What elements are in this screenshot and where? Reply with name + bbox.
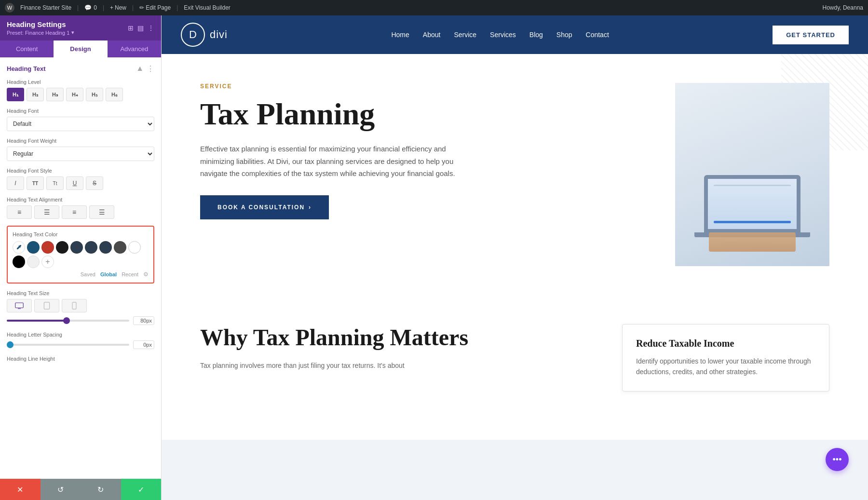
color-blue[interactable] bbox=[27, 241, 40, 254]
section-title: Heading Text bbox=[7, 65, 46, 72]
h5-button[interactable]: H₅ bbox=[86, 88, 103, 101]
align-left-button[interactable]: ≡ bbox=[7, 205, 32, 219]
comments-link[interactable]: 💬 0 bbox=[84, 4, 97, 11]
add-color-button[interactable]: + bbox=[41, 256, 54, 268]
nav-blog[interactable]: Blog bbox=[529, 31, 543, 39]
nav-service[interactable]: Service bbox=[454, 31, 476, 39]
fullscreen-icon[interactable]: ⊞ bbox=[128, 24, 134, 32]
italic-button[interactable]: I bbox=[7, 176, 24, 190]
cancel-button[interactable]: ✕ bbox=[0, 479, 41, 500]
nav-about[interactable]: About bbox=[423, 31, 441, 39]
color-light[interactable] bbox=[27, 256, 40, 268]
panel-preset[interactable]: Preset: Finance Heading 1 ▾ bbox=[7, 29, 74, 36]
letter-spacing-slider[interactable] bbox=[7, 344, 129, 346]
heading-font-style-field: Heading Font Style I TT Tt U S bbox=[7, 168, 154, 190]
book-consultation-button[interactable]: BOOK A CONSULTATION › bbox=[200, 195, 329, 219]
color-dark4[interactable] bbox=[99, 241, 112, 254]
eyedropper-tool[interactable] bbox=[13, 241, 25, 254]
nav-contact[interactable]: Contact bbox=[586, 31, 609, 39]
h3-button[interactable]: H₃ bbox=[46, 88, 64, 101]
heading-level-field: Heading Level H₁ H₂ H₃ H₄ H₅ H₆ bbox=[7, 79, 154, 101]
align-buttons: ≡ ☰ ≡ ☰ bbox=[7, 205, 154, 219]
collapse-icon[interactable]: ▲ bbox=[136, 64, 144, 73]
site-logo: D divi bbox=[181, 23, 228, 47]
get-started-button[interactable]: GET STARTED bbox=[773, 26, 849, 44]
edit-page-link[interactable]: ✏ Edit Page bbox=[139, 4, 171, 11]
color-dark2[interactable] bbox=[70, 241, 83, 254]
align-right-button[interactable]: ≡ bbox=[62, 205, 87, 219]
nav-services[interactable]: Services bbox=[490, 31, 516, 39]
letter-spacing-value[interactable]: 0px bbox=[133, 340, 154, 349]
floating-action-button[interactable]: ••• bbox=[826, 448, 849, 471]
text-size-slider[interactable] bbox=[7, 320, 129, 322]
save-button[interactable]: ✓ bbox=[121, 479, 162, 500]
admin-bar: W Finance Starter Site | 💬 0 | + New | ✏… bbox=[0, 0, 868, 15]
color-settings-icon[interactable]: ⚙ bbox=[143, 271, 149, 278]
bottom-bar: ✕ ↺ ↻ ✓ bbox=[0, 479, 161, 500]
saved-tab[interactable]: Saved bbox=[81, 271, 95, 277]
underline-button[interactable]: U bbox=[66, 176, 83, 190]
global-tab[interactable]: Global bbox=[100, 271, 117, 277]
panel-tabs: Content Design Advanced bbox=[0, 41, 161, 57]
heading-alignment-label: Heading Text Alignment bbox=[7, 197, 154, 203]
uppercase-button[interactable]: TT bbox=[27, 176, 44, 190]
svg-rect-0 bbox=[15, 303, 24, 308]
color-red[interactable] bbox=[41, 241, 54, 254]
strikethrough-button[interactable]: S bbox=[86, 176, 103, 190]
pencil-icon: ✏ bbox=[139, 4, 144, 11]
device-buttons bbox=[7, 299, 154, 312]
heading-font-select[interactable]: Default bbox=[7, 117, 154, 131]
tab-advanced[interactable]: Advanced bbox=[108, 41, 161, 57]
wordpress-logo[interactable]: W bbox=[5, 3, 14, 13]
svg-rect-3 bbox=[72, 302, 76, 309]
color-black[interactable] bbox=[13, 256, 25, 268]
hero-section: SERVICE Tax Planning Effective tax plann… bbox=[200, 83, 829, 266]
columns-icon[interactable]: ▤ bbox=[137, 24, 144, 32]
h6-button[interactable]: H₆ bbox=[106, 88, 123, 101]
exit-builder-link[interactable]: Exit Visual Builder bbox=[184, 4, 231, 11]
page-preview: D divi Home About Service Services Blog … bbox=[162, 15, 868, 500]
new-link[interactable]: + New bbox=[110, 4, 126, 11]
text-size-value[interactable]: 80px bbox=[133, 316, 154, 325]
why-right: Reduce Taxable Income Identify opportuni… bbox=[622, 324, 829, 392]
redo-button[interactable]: ↻ bbox=[81, 479, 121, 500]
color-white[interactable] bbox=[128, 241, 141, 254]
heading-alignment-field: Heading Text Alignment ≡ ☰ ≡ ☰ bbox=[7, 197, 154, 219]
recent-tab[interactable]: Recent bbox=[122, 271, 138, 277]
mobile-button[interactable] bbox=[62, 299, 87, 312]
align-justify-button[interactable]: ☰ bbox=[89, 205, 114, 219]
heading-levels: H₁ H₂ H₃ H₄ H₅ H₆ bbox=[7, 88, 154, 101]
heading-letter-spacing-field: Heading Letter Spacing 0px bbox=[7, 332, 154, 349]
hero-image bbox=[675, 83, 829, 266]
panel-content: Heading Text ▲ ⋮ Heading Level H₁ H₂ H₃ … bbox=[0, 57, 161, 479]
letter-spacing-slider-row: 0px bbox=[7, 340, 154, 349]
undo-button[interactable]: ↺ bbox=[41, 479, 81, 500]
h4-button[interactable]: H₄ bbox=[66, 88, 83, 101]
color-swatches-row1 bbox=[13, 241, 149, 254]
nav-home[interactable]: Home bbox=[391, 31, 409, 39]
color-grey[interactable] bbox=[114, 241, 126, 254]
site-nav: Home About Service Services Blog Shop Co… bbox=[391, 31, 609, 39]
site-name[interactable]: Finance Starter Site bbox=[20, 4, 71, 11]
tablet-button[interactable] bbox=[34, 299, 59, 312]
desktop-button[interactable] bbox=[7, 299, 32, 312]
section-more-icon[interactable]: ⋮ bbox=[147, 64, 154, 73]
capitalize-button[interactable]: Tt bbox=[46, 176, 64, 190]
panel-header: Heading Settings Preset: Finance Heading… bbox=[0, 15, 161, 41]
h2-button[interactable]: H₂ bbox=[27, 88, 44, 101]
heading-font-style-label: Heading Font Style bbox=[7, 168, 154, 174]
align-center-button[interactable]: ☰ bbox=[34, 205, 59, 219]
tab-content[interactable]: Content bbox=[0, 41, 54, 57]
heading-font-label: Heading Font bbox=[7, 108, 154, 114]
plus-icon: + bbox=[110, 4, 113, 11]
site-navbar: D divi Home About Service Services Blog … bbox=[162, 15, 868, 54]
nav-shop[interactable]: Shop bbox=[556, 31, 572, 39]
heading-font-weight-select[interactable]: Regular bbox=[7, 147, 154, 161]
tab-design[interactable]: Design bbox=[54, 41, 107, 57]
color-dark1[interactable] bbox=[56, 241, 68, 254]
h1-button[interactable]: H₁ bbox=[7, 88, 24, 101]
hero-left: SERVICE Tax Planning Effective tax plann… bbox=[200, 83, 646, 219]
more-icon[interactable]: ⋮ bbox=[148, 24, 154, 32]
color-dark3[interactable] bbox=[85, 241, 97, 254]
heading-line-height-field: Heading Line Height bbox=[7, 356, 154, 362]
